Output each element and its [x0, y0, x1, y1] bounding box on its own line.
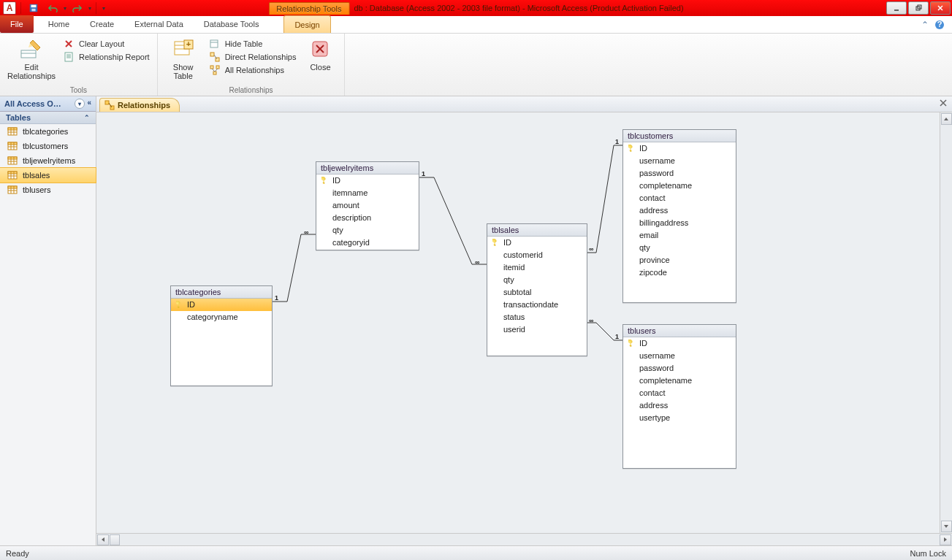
table-field[interactable]: ID [316, 174, 419, 187]
table-field[interactable]: password [623, 167, 736, 180]
scroll-down-icon[interactable] [941, 521, 952, 532]
table-field[interactable]: province [623, 254, 736, 266]
tab-database-tools[interactable]: Database Tools [194, 15, 270, 33]
table-field[interactable]: usertype [623, 412, 736, 424]
table-field[interactable]: contact [623, 387, 736, 399]
scroll-right-icon[interactable] [940, 534, 951, 545]
close-window-button[interactable] [930, 1, 951, 15]
direct-relationships-icon [209, 51, 221, 63]
scroll-up-icon[interactable] [941, 113, 952, 125]
table-field[interactable]: qty [623, 242, 736, 254]
clear-layout-button[interactable]: Clear Layout [63, 38, 150, 50]
table-icon [7, 185, 18, 195]
all-relationships-button[interactable]: All Relationships [209, 64, 297, 76]
show-table-label: Show Table [173, 63, 194, 80]
table-field[interactable]: status [487, 311, 587, 323]
table-field[interactable]: description [316, 212, 419, 224]
window-title: db : Database (Access 2002 - 2003 file f… [354, 4, 683, 12]
sidebar-item-tblcustomers[interactable]: tblcustomers [0, 139, 96, 153]
document-close-button[interactable] [939, 99, 949, 109]
undo-icon[interactable] [45, 1, 61, 15]
table-field[interactable]: address [623, 399, 736, 412]
table-field[interactable]: itemname [316, 187, 419, 199]
restore-button[interactable] [908, 1, 929, 15]
table-field[interactable]: transactiondate [487, 299, 587, 311]
scroll-left-icon[interactable] [97, 534, 109, 545]
table-box-tblsales[interactable]: tblsalesIDcustomeriditemidqtysubtotaltra… [487, 223, 587, 356]
svg-rect-19 [210, 40, 218, 47]
svg-rect-39 [8, 157, 17, 159]
vertical-scrollbar[interactable] [940, 112, 952, 533]
table-field[interactable]: billingaddress [623, 217, 736, 229]
table-field[interactable]: zipcode [623, 266, 736, 279]
table-box-title[interactable]: tblcustomers [623, 130, 736, 142]
redo-icon[interactable] [69, 1, 85, 15]
file-tab[interactable]: File [0, 15, 34, 33]
table-field[interactable]: amount [316, 199, 419, 212]
table-box-title[interactable]: tblusers [623, 325, 736, 337]
table-box-title[interactable]: tblsales [487, 224, 587, 237]
tab-create[interactable]: Create [80, 15, 124, 33]
table-field[interactable]: ID [623, 142, 736, 155]
table-box-tblcategories[interactable]: tblcategoriesIDcategoryname [170, 285, 273, 386]
table-field[interactable]: password [623, 362, 736, 375]
table-field[interactable]: completename [623, 375, 736, 387]
relationship-report-icon [63, 51, 75, 63]
table-field[interactable]: qty [316, 224, 419, 237]
tab-design[interactable]: Design [283, 15, 330, 33]
nav-search-dropdown-icon[interactable]: ▾ [75, 99, 85, 109]
table-field[interactable]: completename [623, 180, 736, 192]
svg-rect-21 [210, 53, 214, 56]
scroll-thumb[interactable] [110, 534, 120, 545]
table-field[interactable]: address [623, 204, 736, 217]
sidebar-item-tbljewelryitems[interactable]: tbljewelryitems [0, 153, 96, 168]
nav-collapse-icon[interactable]: « [87, 99, 91, 109]
minimize-button[interactable] [886, 1, 907, 15]
table-box-tblusers[interactable]: tblusersIDusernamepasswordcompletenameco… [622, 324, 736, 469]
hide-table-button[interactable]: Hide Table [209, 38, 297, 50]
minimize-ribbon-icon[interactable]: ⌃ [921, 20, 929, 30]
access-app-icon[interactable]: A [3, 1, 16, 15]
sidebar-item-tblsales[interactable]: tblsales [0, 168, 96, 183]
direct-relationships-button[interactable]: Direct Relationships [209, 51, 297, 63]
table-field[interactable]: categoryid [316, 237, 419, 249]
nav-section-tables[interactable]: Tables ⌃ [0, 112, 96, 124]
table-field[interactable]: contact [623, 192, 736, 204]
horizontal-scrollbar[interactable] [96, 533, 952, 545]
table-box-title[interactable]: tblcategories [171, 286, 272, 299]
table-field[interactable]: qty [487, 274, 587, 286]
redo-dropdown-icon[interactable]: ▾ [88, 5, 91, 12]
edit-relationships-button[interactable]: Edit Relationships [7, 37, 56, 80]
svg-text:?: ? [937, 20, 943, 28]
table-box-tbljewelryitems[interactable]: tbljewelryitemsIDitemnameamountdescripti… [316, 161, 419, 250]
cardinality-label: 1 [615, 333, 619, 340]
tab-external-data[interactable]: External Data [124, 15, 194, 33]
table-field[interactable]: username [623, 350, 736, 362]
sidebar-item-tblusers[interactable]: tblusers [0, 183, 96, 197]
table-box-tblcustomers[interactable]: tblcustomersIDusernamepasswordcompletena… [622, 129, 736, 303]
table-field[interactable]: email [623, 229, 736, 242]
table-field[interactable]: userid [487, 323, 587, 336]
help-icon[interactable]: ? [934, 20, 945, 30]
table-box-title[interactable]: tbljewelryitems [316, 162, 419, 174]
save-icon[interactable] [26, 1, 42, 15]
sidebar-item-tblcategories[interactable]: tblcategories [0, 124, 96, 139]
tab-home[interactable]: Home [38, 15, 80, 33]
close-relationships-button[interactable]: Close [303, 37, 337, 72]
relationship-report-button[interactable]: Relationship Report [63, 51, 150, 63]
table-field[interactable]: ID [171, 299, 272, 311]
table-field[interactable]: subtotal [487, 286, 587, 299]
table-field[interactable]: itemid [487, 261, 587, 274]
undo-dropdown-icon[interactable]: ▾ [64, 5, 66, 12]
table-field[interactable]: customerid [487, 249, 587, 261]
table-field[interactable]: username [623, 155, 736, 167]
close-icon [308, 37, 332, 61]
table-field[interactable]: ID [487, 237, 587, 249]
qat-customize-icon[interactable]: ▾ [101, 5, 107, 12]
nav-pane-header[interactable]: All Access O… ▾ « [0, 96, 96, 112]
relationships-canvas[interactable]: tblcategoriesIDcategorynametbljewelryite… [96, 112, 952, 533]
document-tab-relationships[interactable]: Relationships [99, 98, 180, 112]
table-field[interactable]: ID [623, 337, 736, 350]
table-field[interactable]: categoryname [171, 311, 272, 323]
show-table-button[interactable]: + Show Table [165, 37, 202, 80]
